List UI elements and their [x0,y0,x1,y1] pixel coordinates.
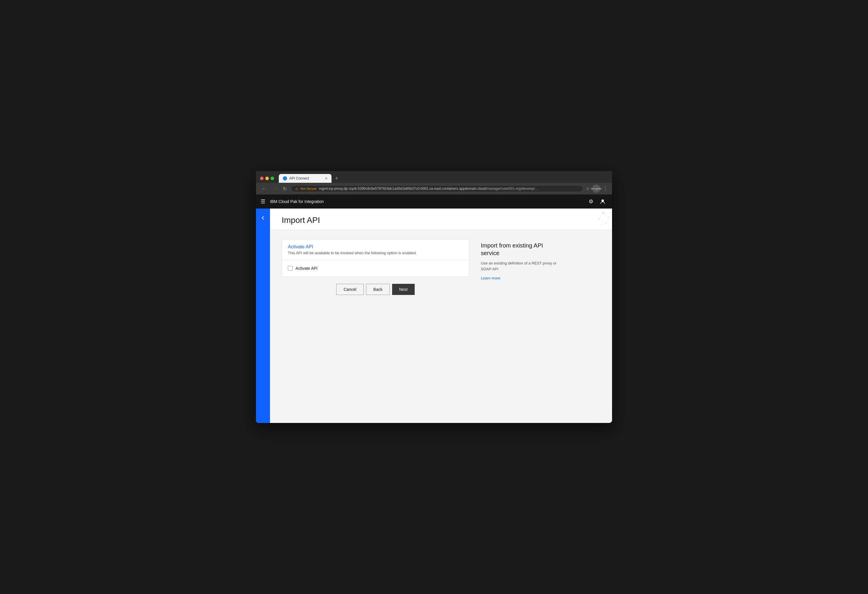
info-panel-title: Import from existing API service [481,242,557,257]
header-decoration [577,208,612,232]
svg-point-0 [601,199,604,202]
settings-button[interactable]: ⚙ [586,197,596,206]
incognito-label: Incognito [591,187,602,190]
action-bar: Cancel Back Next [282,277,469,295]
url-text: mgmt.icp-proxy.djc-icp4i-5290c8c8e579792… [319,186,538,191]
tab-title: API Connect [289,176,309,180]
svg-line-9 [606,217,609,223]
card-body: Activate API [282,260,469,276]
activate-api-checkbox[interactable] [288,266,292,270]
info-panel: Import from existing API service Use an … [481,239,557,281]
svg-point-4 [605,223,607,224]
svg-point-6 [601,225,602,225]
learn-more-link[interactable]: Learn more [481,276,500,280]
svg-point-2 [608,217,610,218]
profile-button[interactable]: Incognito [592,185,600,193]
tab-close-button[interactable]: × [325,176,328,181]
bookmark-icon[interactable]: ☆ [586,186,590,192]
title-bar: 🌐 API Connect × + [256,171,612,183]
minimize-window-button[interactable] [265,177,269,180]
new-tab-button[interactable]: + [333,174,341,183]
page-content: Import API [270,208,612,423]
page-title: Import API [282,216,320,225]
info-panel-description: Use an existing definition of a REST pro… [481,260,557,272]
svg-point-1 [602,212,604,214]
nav-actions: ☆ Incognito ⋮ [586,185,608,193]
checkbox-row: Activate API [288,266,463,270]
back-nav-button[interactable]: ← [260,185,268,192]
lock-icon: ⚠ [295,187,298,191]
user-profile-button[interactable] [598,197,607,206]
page-header: Import API [270,208,612,230]
maximize-window-button[interactable] [270,177,274,180]
browser-chrome: 🌐 API Connect × + ← → ↻ ⚠ Not Secure mgm… [256,171,612,195]
svg-point-5 [610,212,611,214]
card-header: Activate API This API will be available … [282,239,469,260]
form-section: Activate API This API will be available … [282,239,469,295]
browser-menu-button[interactable]: ⋮ [603,185,608,192]
card-title: Activate API [288,244,463,250]
svg-line-10 [599,219,606,223]
app-title: IBM Cloud Pak for Integration [270,199,324,204]
sidebar-strip [256,208,270,423]
browser-window: 🌐 API Connect × + ← → ↻ ⚠ Not Secure mgm… [256,171,612,423]
app-chrome: ☰ IBM Cloud Pak for Integration ⚙ [256,195,612,208]
traffic-lights [260,177,274,180]
svg-line-8 [599,213,603,219]
app-actions: ⚙ [586,197,607,206]
content-area: Activate API This API will be available … [270,230,612,304]
svg-point-3 [598,218,600,220]
forward-nav-button[interactable]: → [270,185,279,192]
next-button[interactable]: Next [392,284,415,295]
tab-favicon: 🌐 [283,176,287,180]
settings-icon: ⚙ [589,198,593,205]
card-description: This API will be available to be invoked… [288,251,463,255]
cancel-button[interactable]: Cancel [336,284,364,295]
tab-bar: 🌐 API Connect × + [279,174,608,183]
activate-api-card: Activate API This API will be available … [282,239,469,277]
not-secure-label: Not Secure [300,187,317,191]
back-button[interactable]: Back [366,284,390,295]
user-icon [600,199,605,204]
svg-line-7 [603,213,609,217]
nav-bar: ← → ↻ ⚠ Not Secure mgmt.icp-proxy.djc-ic… [256,183,612,195]
url-path: /manager/user001-org/develop/... [486,186,538,191]
url-host: mgmt.icp-proxy.djc-icp4i-5290c8c8e579792… [319,186,486,191]
hamburger-menu-button[interactable]: ☰ [261,198,265,205]
back-arrow-icon [260,215,266,220]
close-window-button[interactable] [260,177,264,180]
main-area: Import API [256,208,612,423]
activate-api-checkbox-label[interactable]: Activate API [295,266,317,270]
sidebar-back-button[interactable] [256,211,270,225]
refresh-nav-button[interactable]: ↻ [281,185,288,192]
address-bar[interactable]: ⚠ Not Secure mgmt.icp-proxy.djc-icp4i-52… [291,185,583,192]
svg-line-12 [602,223,606,225]
active-tab[interactable]: 🌐 API Connect × [279,174,332,183]
